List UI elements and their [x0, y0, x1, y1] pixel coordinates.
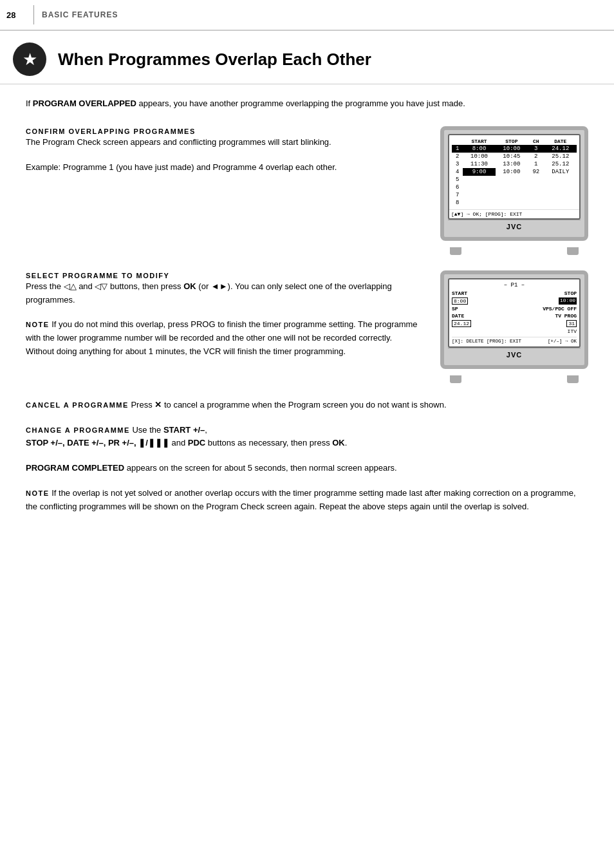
cell-date [544, 191, 577, 199]
header-bar: 28 BASIC FEATURES [0, 0, 614, 31]
cancel-block: CANCEL A PROGRAMME Press ✕ to cancel a p… [26, 399, 588, 412]
select-block: SELECT PROGRAMME TO MODIFY Press the ◁△ … [26, 270, 421, 307]
intro-text-prefix: If [26, 99, 33, 108]
p1-sp-label: SP [452, 306, 458, 312]
tv2-outer: – P1 – START STOP 8:00 10:00 [440, 270, 588, 369]
cell-ch: 3 [528, 145, 544, 153]
star-icon-circle: ★ [13, 42, 46, 76]
cell-start [463, 191, 495, 199]
cancel-text2: to cancel a programme when the Program s… [164, 400, 447, 410]
cell-start: 10:00 [463, 153, 495, 160]
table-row: 5 [452, 176, 577, 184]
table-row: 4 9:00 10:00 92 DAILY [452, 168, 577, 176]
p1-date-label: DATE [452, 313, 464, 319]
cell-num: 5 [452, 176, 463, 184]
p1-tvprog-label: TV PROG [555, 313, 577, 319]
col-num [452, 138, 463, 145]
jvc-logo-2: JVC [507, 351, 522, 359]
confirm-example: Example: Programme 1 (you have just made… [26, 161, 421, 175]
program-completed-block: PROGRAM COMPLETED appears on the screen … [26, 462, 588, 475]
change-block: CHANGE A PROGRAMME Use the START +/–,STO… [26, 424, 588, 451]
col-stop: STOP [496, 138, 528, 145]
page-title: When Programmes Overlap Each Other [58, 50, 371, 70]
change-body: CHANGE A PROGRAMME Use the START +/–,STO… [26, 424, 588, 451]
change-bold1: START +/– [163, 425, 205, 435]
table-row: 8 [452, 199, 577, 207]
p1-footer: [X]: DELETE [PROG]: EXIT [+/–] → OK [452, 337, 577, 344]
cell-start [463, 176, 495, 184]
p1-row-sp-vps: SP VPS/PDC OFF [452, 306, 577, 312]
cell-ch [528, 176, 544, 184]
program-completed-body: PROGRAM COMPLETED appears on the screen … [26, 462, 588, 475]
cell-date [544, 199, 577, 207]
select-body: Press the ◁△ and ◁▽ buttons, then press … [26, 280, 421, 307]
note1-label: NOTE [26, 321, 50, 328]
cell-num: 3 [452, 160, 463, 168]
screen2-area: – P1 – START STOP 8:00 10:00 [440, 270, 588, 383]
tv2-legs [440, 375, 588, 383]
note1-block: NOTE If you do not mind this overlap, pr… [26, 318, 421, 358]
col-start: START [463, 138, 495, 145]
p1-row-date-tvprog: DATE TV PROG [452, 313, 577, 319]
tv1-logo: JVC [448, 220, 581, 233]
cell-num: 1 [452, 145, 463, 153]
intro-bold: PROGRAM OVERLAPPED [33, 99, 136, 108]
note2-block: NOTE If the overlap is not yet solved or… [26, 487, 588, 514]
tv1-outer: START STOP CH DATE 1 8:00 [440, 126, 588, 241]
p1-start-value: 8:00 [452, 297, 468, 305]
change-text5: . [345, 438, 348, 448]
cancel-x: ✕ [154, 400, 162, 410]
select-label: SELECT PROGRAMME TO MODIFY [26, 272, 169, 279]
cell-date: 25.12 [544, 153, 577, 160]
cell-num: 2 [452, 153, 463, 160]
cancel-label: CANCEL A PROGRAMME [26, 401, 129, 409]
cell-num: 8 [452, 199, 463, 207]
cell-stop: 10:45 [496, 153, 528, 160]
cell-start [463, 184, 495, 191]
tv2-leg-left [450, 375, 461, 383]
cell-date: 24.12 [544, 145, 577, 153]
cell-start: 11:30 [463, 160, 495, 168]
cell-num: 6 [452, 184, 463, 191]
change-bold3: PDC [188, 438, 205, 448]
cell-ch: 1 [528, 160, 544, 168]
table-row: 2 10:00 10:45 2 25.12 [452, 153, 577, 160]
title-row: ★ When Programmes Overlap Each Other [0, 31, 614, 84]
tv2-leg-right [567, 375, 579, 383]
col-date: DATE [544, 138, 577, 145]
note2-text: If the overlap is not yet solved or anot… [26, 488, 576, 511]
note1-content: If you do not mind this overlap, press P… [26, 319, 418, 356]
intro-text-suffix: appears, you have another programme over… [136, 99, 465, 108]
note2-body: NOTE If the overlap is not yet solved or… [26, 487, 588, 514]
cell-ch [528, 199, 544, 207]
cell-start: 8:00 [463, 145, 495, 153]
program-completed-bold: PROGRAM COMPLETED [26, 463, 124, 473]
screen1-footer: [▲▼] → OK; [PROG]: EXIT [449, 209, 579, 218]
p1-date-value: 24.12 [452, 320, 471, 327]
cell-date: DAILY [544, 168, 577, 176]
tv2-inner: – P1 – START STOP 8:00 10:00 [448, 278, 581, 348]
intro-paragraph: If PROGRAM OVERLAPPED appears, you have … [26, 97, 588, 111]
table-row: 7 [452, 191, 577, 199]
tv1-screen-content: START STOP CH DATE 1 8:00 [449, 135, 579, 209]
cell-ch: 92 [528, 168, 544, 176]
change-label: CHANGE A PROGRAMME [26, 426, 130, 434]
cell-num: 7 [452, 191, 463, 199]
program-completed-text: appears on the screen for about 5 second… [124, 463, 396, 473]
change-text3: and [169, 438, 188, 448]
page-number: 28 [6, 10, 26, 20]
change-bold4: OK [332, 438, 345, 448]
p1-stop-value: 10:00 [559, 297, 577, 305]
confirm-block: CONFIRM OVERLAPPING PROGRAMMES The Progr… [26, 126, 421, 175]
cancel-press: Press [131, 400, 152, 410]
p1-footer-left: [X]: DELETE [PROG]: EXIT [452, 339, 521, 344]
p1-row-channel: ITV [452, 328, 577, 334]
star-icon: ★ [23, 51, 37, 68]
note2-label: NOTE [26, 489, 50, 497]
table-row: 3 11:30 13:00 1 25.12 [452, 160, 577, 168]
confirm-section-left: CONFIRM OVERLAPPING PROGRAMMES The Progr… [26, 126, 421, 255]
header-section-title: BASIC FEATURES [42, 10, 118, 19]
page-container: 28 BASIC FEATURES ★ When Programmes Over… [0, 0, 614, 868]
header-divider [33, 5, 34, 24]
tv1-leg-right [567, 247, 579, 255]
